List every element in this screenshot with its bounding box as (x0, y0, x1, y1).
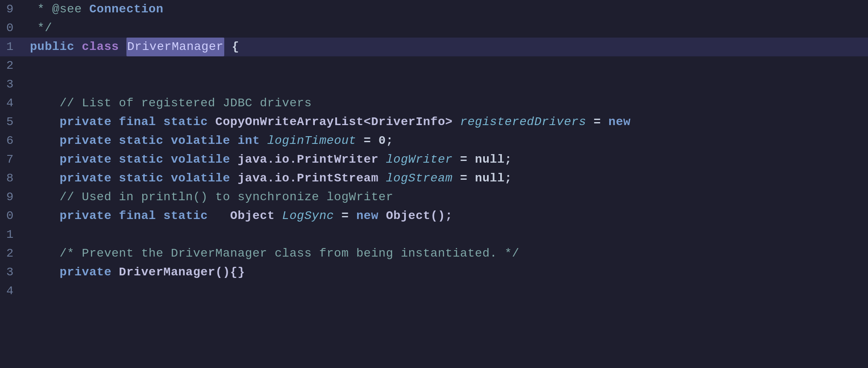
line-number: 8 (0, 169, 21, 187)
line-number: 9 (0, 188, 21, 206)
token: java.io.PrintWriter (238, 150, 386, 169)
token (30, 113, 59, 131)
token: logStream (386, 169, 452, 187)
token: = null; (453, 150, 512, 169)
token (30, 207, 59, 225)
line-number: 7 (0, 150, 21, 169)
line-number: 1 (0, 38, 21, 56)
token: static (119, 169, 171, 187)
token: new (356, 207, 386, 225)
token: private (59, 131, 119, 150)
code-line: 4 (0, 282, 868, 301)
line-content: * @see Connection (21, 0, 868, 18)
token: /* Prevent the DriverManager class from … (30, 244, 519, 263)
line-content: private static volatile java.io.PrintWri… (21, 150, 868, 169)
code-line: 2 (0, 56, 868, 75)
token: class (82, 38, 126, 56)
code-line: 3 private DriverManager(){} (0, 263, 868, 282)
code-editor: 9 * @see Connection0 */1public class Dri… (0, 0, 868, 368)
token: = (334, 207, 356, 225)
token: new (608, 113, 630, 131)
token: LogSync (282, 207, 334, 225)
code-line: 6 private static volatile int loginTimeo… (0, 131, 868, 150)
code-line: 1 (0, 225, 868, 244)
line-number: 3 (0, 263, 21, 281)
token (30, 169, 59, 187)
token: DriverManager(){} (119, 263, 245, 281)
token: Connection (89, 0, 164, 18)
token: Object(); (386, 207, 452, 225)
token: private (59, 263, 119, 281)
token: java.io.PrintStream (238, 169, 386, 187)
token: private (59, 113, 119, 131)
code-line: 0 private final static Object LogSync = … (0, 207, 868, 225)
token: volatile (171, 150, 238, 169)
token: private (59, 207, 119, 225)
line-content: public class DriverManager { (21, 38, 868, 56)
line-content: private final static CopyOnWriteArrayLis… (21, 113, 868, 131)
code-line: 1public class DriverManager { (0, 38, 868, 56)
token: <DriverInfo> (364, 113, 460, 131)
code-line: 9 * @see Connection (0, 0, 868, 19)
line-number: 4 (0, 94, 21, 112)
line-number: 6 (0, 131, 21, 150)
token: volatile (171, 131, 238, 150)
token: // List of registered JDBC drivers (30, 94, 312, 112)
line-content: private final static Object LogSync = ne… (21, 207, 868, 225)
line-number: 0 (0, 19, 21, 37)
line-number: 9 (0, 0, 21, 18)
code-line: 7 private static volatile java.io.PrintW… (0, 150, 868, 169)
code-line: 0 */ (0, 19, 868, 38)
line-content: private DriverManager(){} (21, 263, 868, 281)
token: static (119, 150, 171, 169)
token: CopyOnWriteArrayList (215, 113, 364, 131)
line-content: /* Prevent the DriverManager class from … (21, 244, 868, 263)
line-number: 5 (0, 113, 21, 131)
token: public (30, 38, 82, 56)
token: final (119, 113, 163, 131)
token: registeredDrivers (460, 113, 586, 131)
code-line: 8 private static volatile java.io.PrintS… (0, 169, 868, 188)
line-number: 2 (0, 56, 21, 75)
code-line: 4 // List of registered JDBC drivers (0, 94, 868, 113)
token: private (59, 150, 119, 169)
token (30, 150, 59, 169)
line-content: private static volatile java.io.PrintStr… (21, 169, 868, 187)
token (30, 263, 59, 281)
token: loginTimeout (267, 131, 356, 150)
line-number: 3 (0, 75, 21, 93)
line-number: 2 (0, 244, 21, 263)
token: private (59, 169, 119, 187)
line-content: // List of registered JDBC drivers (21, 94, 868, 112)
token: static (119, 131, 171, 150)
token: static (164, 207, 216, 225)
token: DriverManager (126, 38, 225, 56)
token (30, 131, 59, 150)
code-line: 2 /* Prevent the DriverManager class fro… (0, 244, 868, 263)
line-content: // Used in println() to synchronize logW… (21, 188, 868, 206)
token: */ (30, 19, 52, 37)
token: final (119, 207, 163, 225)
token: static (164, 113, 216, 131)
token: logWriter (386, 150, 452, 169)
code-line: 3 (0, 75, 868, 94)
token: = 0; (356, 131, 393, 150)
token: = null; (453, 169, 512, 187)
code-container: 9 * @see Connection0 */1public class Dri… (0, 0, 868, 368)
token: volatile (171, 169, 238, 187)
token: int (238, 131, 267, 150)
line-number: 4 (0, 282, 21, 300)
token: * @see (30, 0, 89, 18)
code-line: 5 private final static CopyOnWriteArrayL… (0, 113, 868, 131)
line-number: 0 (0, 207, 21, 225)
line-number: 1 (0, 225, 21, 244)
code-line: 9 // Used in println() to synchronize lo… (0, 188, 868, 207)
line-content: */ (21, 19, 868, 37)
line-content: private static volatile int loginTimeout… (21, 131, 868, 150)
token: Object (215, 207, 282, 225)
token: = (586, 113, 608, 131)
token: { (224, 38, 239, 56)
token: // Used in println() to synchronize logW… (30, 188, 393, 206)
